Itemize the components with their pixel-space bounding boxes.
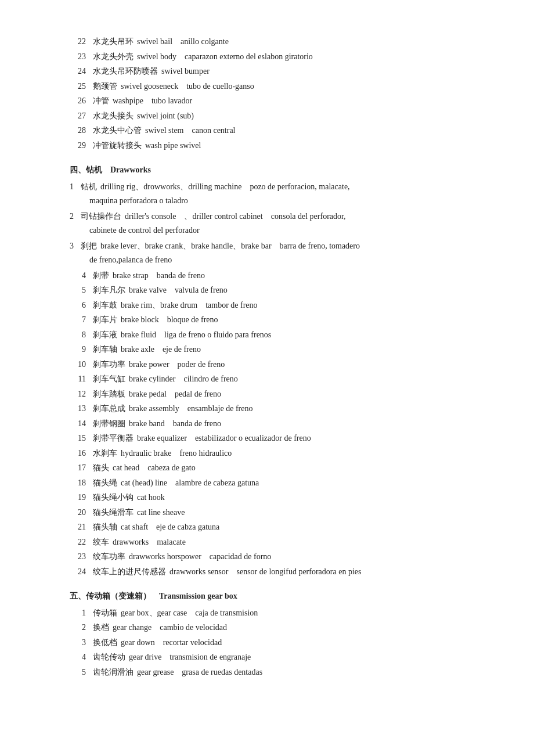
entry-terms: gear down recortar velocidad: [121, 636, 222, 650]
dw-entry-21: 21 猫头轴 cat shaft eje de cabza gatuna: [70, 520, 488, 535]
entry-number: 22: [70, 35, 86, 49]
entry-terms: brake band banda de freno: [129, 417, 221, 431]
entry-terms: gear change cambio de velocidad: [113, 621, 227, 635]
dw-entry-18: 18 猫头绳 cat (head) line alambre de cabeza…: [70, 476, 488, 491]
entry-zh: 刹车液: [93, 328, 117, 343]
dw-entry-24: 24 绞车上的进尺传感器 drawworks sensor sensor de …: [70, 565, 488, 579]
entry-terms: swivel body caparazon externo del eslabo…: [137, 50, 313, 64]
dw-entry-15: 15 刹带平衡器 brake equalizer estabilizador o…: [70, 431, 488, 446]
entry-terms: swivel joint (sub): [137, 109, 194, 124]
entry-zh: 钻机: [81, 180, 97, 195]
entry-number: 15: [70, 431, 86, 446]
entry-terms: brake block bloque de freno: [121, 313, 218, 327]
dw-entry-19: 19 猫头绳小钩 cat hook: [70, 491, 488, 505]
entry-terms: brake rim、brake drum tambor de freno: [121, 298, 258, 313]
entry-continuation: maquina perforadora o taladro: [70, 194, 488, 208]
entry-terms: brake cylinder cilindro de freno: [129, 372, 238, 387]
drawworks-entries-list: 1 钻机 drilling rig、drowworks、drilling mac…: [70, 180, 488, 579]
entry-number: 24: [70, 565, 86, 579]
entry-zh: 水龙头接头: [93, 109, 134, 124]
entry-number: 1: [70, 180, 74, 195]
dw-entry-9: 9 刹车轴 brake axle eje de freno: [70, 343, 488, 357]
entry-number: 4: [70, 650, 86, 665]
entry-number: 14: [70, 417, 86, 431]
entry-number: 16: [70, 447, 86, 461]
tg-entry-5: 5 齿轮润滑油 gear grease grasa de ruedas dent…: [70, 665, 488, 680]
entry-terms: hydraulic brake freno hidraulico: [121, 447, 232, 461]
transmission-entries-list: 1 传动箱 gear box、gear case caja de transmi…: [70, 606, 488, 680]
dw-entry-1: 1 钻机 drilling rig、drowworks、drilling mac…: [70, 180, 488, 208]
dw-entry-14: 14 刹带钢圈 brake band banda de freno: [70, 417, 488, 431]
entry-number: 7: [70, 313, 86, 327]
entry-terms: drawworks horspower capacidad de forno: [129, 550, 271, 564]
dw-entry-1-firstline: 1 钻机 drilling rig、drowworks、drilling mac…: [70, 180, 488, 195]
entry-number: 23: [70, 50, 86, 64]
entry-terms: brake axle eje de freno: [121, 343, 201, 357]
dw-entry-12: 12 刹车踏板 brake pedal pedal de freno: [70, 387, 488, 402]
entry-terms: gear drive transmision de engranaje: [129, 650, 251, 665]
entry-zh: 刹车鼓: [93, 298, 117, 313]
entry-zh: 刹车总成: [93, 402, 125, 416]
entry-terms: swivel stem canon central: [145, 124, 236, 138]
entry-zh: 猫头绳: [93, 476, 117, 491]
entry-terms: cat (head) line alambre de cabeza gatuna: [121, 476, 259, 491]
swivel-section: 22 水龙头吊环 swivel bail anillo colgante 23 …: [70, 35, 488, 153]
dw-entry-11: 11 刹车气缸 brake cylinder cilindro de freno: [70, 372, 488, 387]
entry-terms: gear box、gear case caja de transmision: [121, 606, 258, 621]
entry-number: 24: [70, 64, 86, 79]
entry-terms: washpipe tubo lavador: [113, 94, 192, 109]
tg-entry-1: 1 传动箱 gear box、gear case caja de transmi…: [70, 606, 488, 621]
entry-terms: swivel gooseneck tubo de cuello-ganso: [121, 80, 254, 94]
entry-zh: 冲管: [93, 94, 109, 109]
entry-29: 29 冲管旋转接头 wash pipe swivel: [70, 139, 488, 153]
entry-number: 11: [70, 372, 86, 387]
entry-zh: 鹅颈管: [93, 80, 117, 94]
entry-zh: 猫头轴: [93, 520, 117, 535]
entry-28: 28 水龙头中心管 swivel stem canon central: [70, 124, 488, 138]
drawworks-section: 四、钻机 Drawworks 1 钻机 drilling rig、drowwor…: [70, 163, 488, 579]
entry-number: 2: [70, 621, 86, 635]
entry-number: 10: [70, 358, 86, 372]
dw-entry-2: 2 司钻操作台 driller's console 、driller contr…: [70, 210, 488, 238]
entry-number: 22: [70, 535, 86, 550]
entry-number: 6: [70, 298, 86, 313]
entry-terms: brake pedal pedal de freno: [129, 387, 221, 402]
dw-entry-17: 17 猫头 cat head cabeza de gato: [70, 461, 488, 476]
entry-terms: brake equalizer estabilizador o ecualiza…: [137, 431, 311, 446]
entry-zh: 水龙头吊环防喷器: [93, 64, 158, 79]
tg-entry-2: 2 换档 gear change cambio de velocidad: [70, 621, 488, 635]
entry-27: 27 水龙头接头 swivel joint (sub): [70, 109, 488, 124]
entry-zh: 水龙头外壳: [93, 50, 134, 64]
entry-zh: 水龙头吊环: [93, 35, 134, 49]
entry-terms: cat head cabeza de gato: [113, 461, 196, 476]
dw-entry-7: 7 刹车片 brake block bloque de freno: [70, 313, 488, 327]
entry-zh: 刹车气缸: [93, 372, 125, 387]
swivel-entries-list: 22 水龙头吊环 swivel bail anillo colgante 23 …: [70, 35, 488, 153]
entry-terms: cat line sheave: [137, 506, 185, 520]
entry-zh: 绞车功率: [93, 550, 125, 564]
entry-zh: 猫头绳滑车: [93, 506, 134, 520]
entry-terms: swivel bail anillo colgante: [137, 35, 229, 49]
entry-24: 24 水龙头吊环防喷器 swivel bumper: [70, 64, 488, 79]
tg-entry-4: 4 齿轮传动 gear drive transmision de engrana…: [70, 650, 488, 665]
transmission-section: 五、传动箱（变速箱） Transmission gear box 1 传动箱 g…: [70, 589, 488, 679]
dw-entry-22: 22 绞车 drawworks malacate: [70, 535, 488, 550]
entry-number: 21: [70, 520, 86, 535]
entry-zh: 司钻操作台: [81, 210, 121, 224]
entry-number: 2: [70, 210, 74, 224]
entry-22: 22 水龙头吊环 swivel bail anillo colgante: [70, 35, 488, 49]
entry-terms: brake lever、brake crank、brake handle、bra…: [100, 239, 360, 254]
entry-zh: 换低档: [93, 636, 117, 650]
entry-zh: 刹车踏板: [93, 387, 125, 402]
entry-zh: 刹带钢圈: [93, 417, 125, 431]
dw-entry-16: 16 水刹车 hydraulic brake freno hidraulico: [70, 447, 488, 461]
entry-number: 27: [70, 109, 86, 124]
entry-number: 9: [70, 343, 86, 357]
dw-entry-4: 4 刹带 brake strap banda de freno: [70, 269, 488, 283]
entry-terms: cat hook: [137, 491, 165, 505]
entry-number: 18: [70, 476, 86, 491]
dw-entry-20: 20 猫头绳滑车 cat line sheave: [70, 506, 488, 520]
entry-zh: 刹把: [81, 239, 97, 254]
transmission-section-header: 五、传动箱（变速箱） Transmission gear box: [70, 589, 488, 604]
dw-entry-3: 3 刹把 brake lever、brake crank、brake handl…: [70, 239, 488, 268]
